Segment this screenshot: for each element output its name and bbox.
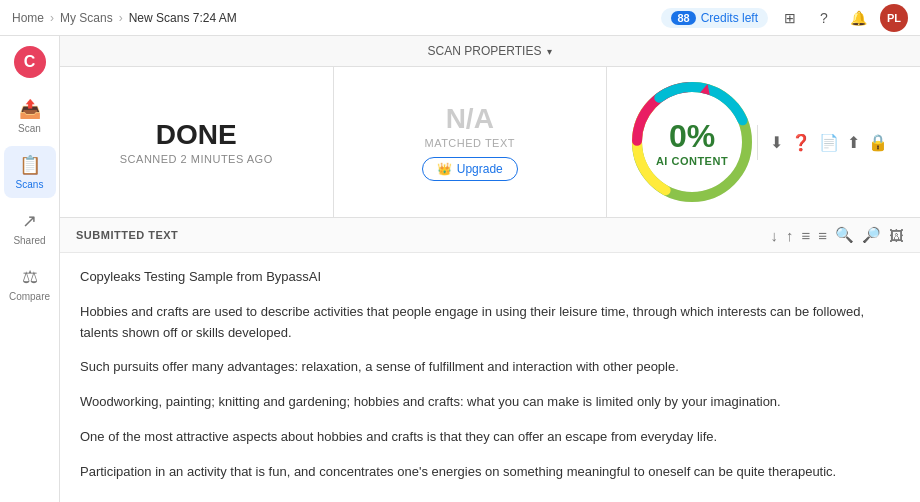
sidebar-item-compare[interactable]: ⚖ Compare [4,258,56,310]
zoom-out-icon[interactable]: 🔎 [862,226,881,244]
notifications-icon[interactable]: 🔔 [846,6,870,30]
breadcrumb: Home › My Scans › New Scans 7:24 AM [12,11,237,25]
compare-icon: ⚖ [22,266,38,288]
apps-icon[interactable]: ⊞ [778,6,802,30]
sidebar-item-scan[interactable]: 📤 Scan [4,90,56,142]
document-icon[interactable]: 📄 [819,133,839,152]
result-done-sub: SCANNED 2 MINUTES AGO [120,153,273,165]
scroll-up-icon[interactable]: ↑ [786,227,794,244]
align-left-icon[interactable]: ≡ [801,227,810,244]
help-circle-icon[interactable]: ❓ [791,133,811,152]
download-icon[interactable]: ⬇ [770,133,783,152]
sidebar: C 📤 Scan 📋 Scans ↗ Shared ⚖ Compare [0,36,60,502]
scan-properties-label: SCAN PROPERTIES [428,44,542,58]
result-done-block: DONE SCANNED 2 MINUTES AGO [60,67,334,217]
credits-label: Credits left [701,11,758,25]
help-icon[interactable]: ? [812,6,836,30]
crown-icon: 👑 [437,162,452,176]
zoom-in-icon[interactable]: 🔍 [835,226,854,244]
breadcrumb-home[interactable]: Home [12,11,44,25]
chevron-down-icon: ▾ [547,46,552,57]
sidebar-item-shared-label: Shared [13,235,45,246]
toolbar-icons: ↓ ↑ ≡ ≡ 🔍 🔎 🖼 [770,226,904,244]
paragraph-1: Hobbies and crafts are used to describe … [80,302,900,344]
scans-icon: 📋 [19,154,41,176]
ai-label: AI CONTENT [656,155,728,167]
sidebar-item-compare-label: Compare [9,291,50,302]
result-matched-sub: MATCHED TEXT [424,137,515,149]
share-icon[interactable]: ⬆ [847,133,860,152]
submitted-text-label: SUBMITTED TEXT [76,229,178,241]
avatar[interactable]: PL [880,4,908,32]
result-matched-block: N/A MATCHED TEXT 👑 Upgrade [334,67,608,217]
result-na-title: N/A [446,103,494,135]
ai-circle-inner: 0% AI CONTENT [627,77,757,207]
paragraph-3: Woodworking, painting; knitting and gard… [80,392,900,413]
credits-number: 88 [671,11,695,25]
sidebar-item-scan-label: Scan [18,123,41,134]
scan-properties-bar[interactable]: SCAN PROPERTIES ▾ [60,36,920,67]
paragraph-0: Copyleaks Testing Sample from BypassAI [80,267,900,288]
sidebar-item-scans-label: Scans [16,179,44,190]
app-logo: C [14,46,46,78]
scroll-down-icon[interactable]: ↓ [770,227,778,244]
results-panel: DONE SCANNED 2 MINUTES AGO N/A MATCHED T… [60,67,920,218]
sidebar-item-shared[interactable]: ↗ Shared [4,202,56,254]
shared-icon: ↗ [22,210,37,232]
paragraph-2: Such pursuits offer many advantages: rel… [80,357,900,378]
sidebar-item-scans[interactable]: 📋 Scans [4,146,56,198]
credits-badge[interactable]: 88 Credits left [661,8,768,28]
scan-icon: 📤 [19,98,41,120]
align-right-icon[interactable]: ≡ [818,227,827,244]
text-toolbar: SUBMITTED TEXT ↓ ↑ ≡ ≡ 🔍 🔎 🖼 [60,218,920,253]
breadcrumb-current: New Scans 7:24 AM [129,11,237,25]
breadcrumb-scans[interactable]: My Scans [60,11,113,25]
ai-percent: 0% [669,118,715,155]
action-icons: ⬇ ❓ 📄 ⬆ 🔒 [757,125,900,160]
paragraph-4: One of the most attractive aspects about… [80,427,900,448]
text-content: Copyleaks Testing Sample from BypassAI H… [60,253,920,502]
upgrade-button[interactable]: 👑 Upgrade [422,157,518,181]
paragraph-5: Participation in an activity that is fun… [80,462,900,483]
ai-content-block: 0% AI CONTENT ⬇ ❓ 📄 ⬆ 🔒 [607,67,920,217]
lock-icon[interactable]: 🔒 [868,133,888,152]
image-icon[interactable]: 🖼 [889,227,904,244]
upgrade-label: Upgrade [457,162,503,176]
paragraph-6: From hours spent in the garden or intric… [80,497,900,502]
ai-circle: 0% AI CONTENT [627,77,757,207]
result-done-title: DONE [156,119,237,151]
